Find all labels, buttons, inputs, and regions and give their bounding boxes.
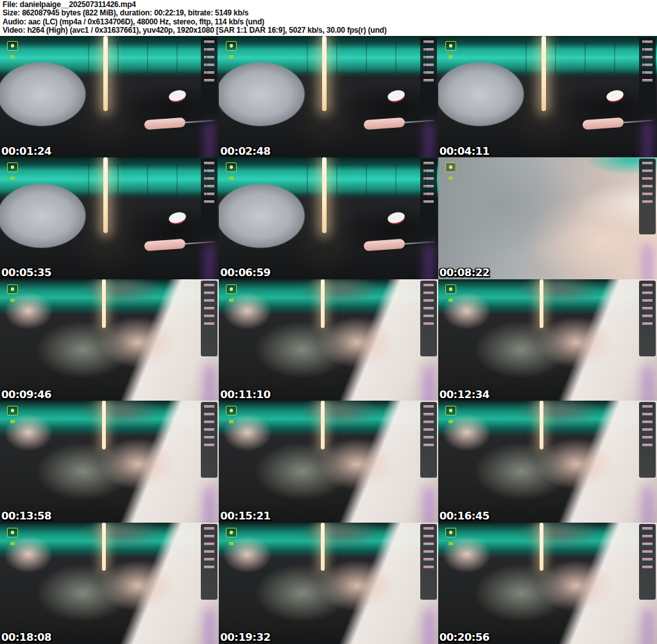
size-info-line: Size: 862087945 bytes (822 MiB), duratio… bbox=[3, 9, 657, 17]
timestamp-label: 00:09:46 bbox=[1, 390, 51, 401]
timestamp-label: 00:11:10 bbox=[220, 390, 270, 401]
video-thumbnail: 00:04:11 bbox=[438, 36, 657, 157]
thumbnail-image-placeholder bbox=[219, 401, 438, 522]
overlay-panel-shape bbox=[639, 37, 656, 113]
timestamp-label: 00:08:22 bbox=[439, 268, 490, 279]
stream-badge-icon bbox=[445, 284, 456, 294]
overlay-panel-shape bbox=[420, 159, 437, 234]
stream-badge-icon bbox=[226, 41, 237, 51]
video-thumbnail: 00:16:45 bbox=[438, 401, 657, 522]
overlay-panel-shape bbox=[201, 37, 218, 113]
mouse-object-shape bbox=[606, 89, 625, 103]
overlay-panel-shape bbox=[420, 37, 437, 113]
video-thumbnail: 00:15:21 bbox=[219, 401, 438, 522]
overlay-panel-shape bbox=[201, 281, 218, 356]
thumbnail-image-placeholder bbox=[219, 523, 438, 644]
video-thumbnail: 00:01:24 bbox=[0, 36, 219, 157]
stream-badge-icon bbox=[226, 406, 237, 415]
video-thumbnail: 00:09:46 bbox=[0, 279, 219, 401]
timestamp-label: 00:04:11 bbox=[439, 146, 490, 157]
stream-badge-icon bbox=[445, 528, 456, 537]
thumbnail-image-placeholder bbox=[0, 279, 219, 401]
overlay-panel-shape bbox=[420, 281, 437, 356]
stream-badge-icon bbox=[7, 41, 18, 51]
stream-badge-icon bbox=[7, 162, 18, 172]
thumbnail-image-placeholder bbox=[438, 401, 657, 522]
pink-object-shape bbox=[582, 117, 624, 130]
stream-badge-icon bbox=[7, 406, 18, 415]
overlay-panel-shape bbox=[201, 402, 218, 478]
video-thumbnail: 00:06:59 bbox=[219, 157, 438, 279]
timestamp-label: 00:02:48 bbox=[220, 146, 270, 157]
video-thumbnail: 00:05:35 bbox=[0, 157, 219, 279]
mouse-object-shape bbox=[167, 89, 187, 103]
video-metadata-header: File: danielpaige__202507311426.mp4 Size… bbox=[0, 0, 657, 36]
thumbnail-image-placeholder bbox=[219, 157, 438, 279]
thumbnail-image-placeholder bbox=[438, 157, 657, 279]
stream-badge-icon bbox=[7, 528, 18, 537]
thumbnail-image-placeholder bbox=[0, 523, 219, 644]
thumbnail-image-placeholder bbox=[0, 157, 219, 279]
video-thumbnail: 00:18:08 bbox=[0, 523, 219, 644]
overlay-panel-shape bbox=[420, 402, 437, 478]
timestamp-label: 00:18:08 bbox=[1, 632, 51, 643]
pink-object-shape bbox=[144, 239, 186, 251]
pink-object-shape bbox=[363, 239, 405, 251]
timestamp-label: 00:05:35 bbox=[1, 268, 51, 279]
timestamp-label: 00:06:59 bbox=[220, 268, 270, 279]
timestamp-label: 00:20:56 bbox=[439, 632, 490, 643]
audio-info-line: Audio: aac (LC) (mp4a / 0x6134706D), 480… bbox=[3, 18, 657, 26]
video-thumbnail: 00:11:10 bbox=[219, 279, 438, 401]
stream-badge-icon bbox=[445, 41, 456, 51]
video-thumbnail: 00:20:56 bbox=[438, 523, 657, 644]
stream-badge-icon bbox=[226, 528, 237, 537]
stream-badge-icon bbox=[226, 162, 237, 172]
timestamp-label: 00:13:58 bbox=[1, 511, 51, 522]
video-thumbnail: 00:13:58 bbox=[0, 401, 219, 522]
video-thumbnail: 00:12:34 bbox=[438, 279, 657, 401]
stream-badge-icon bbox=[226, 284, 237, 294]
overlay-panel-shape bbox=[639, 281, 656, 356]
timestamp-label: 00:15:21 bbox=[220, 511, 270, 522]
thumbnail-image-placeholder bbox=[438, 279, 657, 401]
timestamp-label: 00:16:45 bbox=[439, 511, 490, 522]
overlay-panel-shape bbox=[420, 524, 437, 600]
thumbnail-grid: 00:01:24 00:02:48 00:04:11 00:05:35 bbox=[0, 36, 657, 644]
thumbnail-image-placeholder bbox=[219, 279, 438, 401]
timestamp-label: 00:01:24 bbox=[1, 146, 51, 157]
overlay-panel-shape bbox=[639, 524, 656, 600]
video-info-line: Video: h264 (High) (avc1 / 0x31637661), … bbox=[3, 26, 657, 35]
overlay-panel-shape bbox=[639, 159, 656, 234]
stream-badge-icon bbox=[445, 406, 456, 415]
video-thumbnail: 00:08:22 bbox=[438, 157, 657, 279]
stream-badge-icon bbox=[445, 162, 456, 172]
mouse-object-shape bbox=[387, 211, 406, 225]
timestamp-label: 00:12:34 bbox=[439, 390, 490, 401]
video-thumbnail: 00:19:32 bbox=[219, 523, 438, 644]
thumbnail-image-placeholder bbox=[0, 36, 219, 157]
video-thumbnail: 00:02:48 bbox=[219, 36, 438, 157]
pink-object-shape bbox=[363, 117, 405, 130]
stream-badge-icon bbox=[7, 284, 18, 294]
thumbnail-image-placeholder bbox=[219, 36, 438, 157]
file-info-line: File: danielpaige__202507311426.mp4 bbox=[3, 1, 657, 9]
overlay-panel-shape bbox=[201, 159, 218, 234]
thumbnail-image-placeholder bbox=[438, 36, 657, 157]
thumbnail-image-placeholder bbox=[0, 401, 219, 522]
overlay-panel-shape bbox=[639, 402, 656, 478]
mouse-object-shape bbox=[167, 211, 187, 225]
thumbnail-image-placeholder bbox=[438, 523, 657, 644]
pink-object-shape bbox=[144, 117, 186, 130]
overlay-panel-shape bbox=[201, 524, 218, 600]
timestamp-label: 00:19:32 bbox=[220, 632, 270, 643]
mouse-object-shape bbox=[387, 89, 406, 103]
